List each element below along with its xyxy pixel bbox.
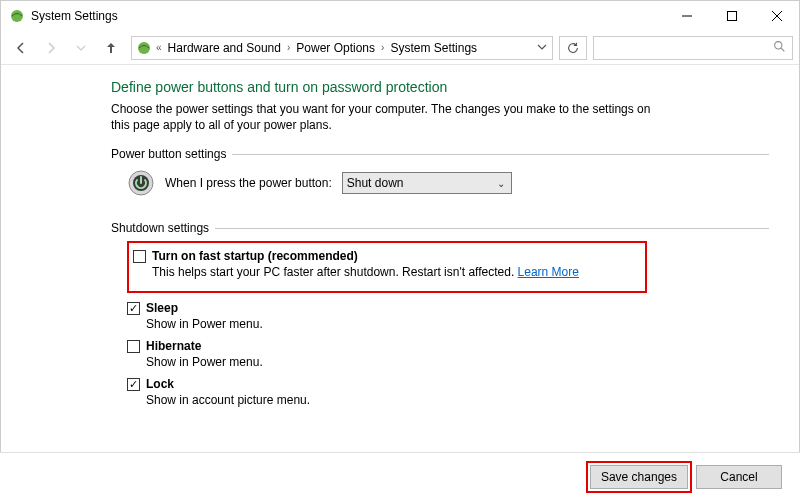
breadcrumb-bar[interactable]: « Hardware and Sound › Power Options › S…: [131, 36, 553, 60]
save-changes-button[interactable]: Save changes: [590, 465, 688, 489]
hibernate-checkbox[interactable]: [127, 340, 140, 353]
learn-more-link[interactable]: Learn More: [518, 265, 579, 279]
breadcrumb-item[interactable]: System Settings: [386, 37, 481, 59]
recent-dropdown[interactable]: [67, 34, 95, 62]
svg-rect-2: [727, 12, 736, 21]
back-button[interactable]: [7, 34, 35, 62]
power-button-select[interactable]: Shut down ⌄: [342, 172, 512, 194]
fast-startup-desc: This helps start your PC faster after sh…: [152, 265, 518, 279]
shutdown-settings-group: Shutdown settings Turn on fast startup (…: [111, 221, 769, 413]
fast-startup-highlight: Turn on fast startup (recommended) This …: [127, 241, 647, 293]
fast-startup-checkbox[interactable]: [133, 250, 146, 263]
sleep-checkbox[interactable]: [127, 302, 140, 315]
breadcrumb-icon: [136, 40, 152, 56]
breadcrumb-dropdown[interactable]: [534, 41, 550, 55]
search-input[interactable]: [593, 36, 793, 60]
navbar: « Hardware and Sound › Power Options › S…: [1, 31, 799, 65]
power-button-selected: Shut down: [347, 176, 404, 190]
group-legend: Power button settings: [111, 147, 232, 161]
refresh-button[interactable]: [559, 36, 587, 60]
lock-label: Lock: [146, 377, 174, 391]
search-icon: [773, 40, 786, 56]
footer: Save changes Cancel: [0, 452, 800, 500]
svg-point-6: [775, 41, 782, 48]
power-button-label: When I press the power button:: [165, 176, 332, 190]
hibernate-desc: Show in Power menu.: [127, 355, 769, 369]
breadcrumb-root-glyph[interactable]: «: [154, 42, 164, 53]
power-icon: [127, 169, 155, 197]
fast-startup-label: Turn on fast startup (recommended): [152, 249, 358, 263]
svg-point-0: [11, 10, 23, 22]
up-button[interactable]: [97, 34, 125, 62]
sleep-desc: Show in Power menu.: [127, 317, 769, 331]
page-title: Define power buttons and turn on passwor…: [111, 79, 769, 95]
chevron-right-icon: ›: [379, 42, 386, 53]
group-legend: Shutdown settings: [111, 221, 215, 235]
window-title: System Settings: [31, 9, 118, 23]
close-button[interactable]: [754, 1, 799, 31]
breadcrumb-item[interactable]: Hardware and Sound: [164, 37, 285, 59]
svg-point-5: [138, 42, 150, 54]
content-area: Define power buttons and turn on passwor…: [1, 65, 799, 413]
breadcrumb-item[interactable]: Power Options: [292, 37, 379, 59]
sleep-label: Sleep: [146, 301, 178, 315]
maximize-button[interactable]: [709, 1, 754, 31]
lock-desc: Show in account picture menu.: [127, 393, 769, 407]
app-icon: [9, 8, 25, 24]
power-button-settings-group: Power button settings When I press the p…: [111, 147, 769, 209]
chevron-right-icon: ›: [285, 42, 292, 53]
forward-button[interactable]: [37, 34, 65, 62]
chevron-down-icon: ⌄: [491, 178, 511, 189]
titlebar: System Settings: [1, 1, 799, 31]
cancel-button[interactable]: Cancel: [696, 465, 782, 489]
lock-checkbox[interactable]: [127, 378, 140, 391]
page-description: Choose the power settings that you want …: [111, 101, 671, 133]
window-controls: [664, 1, 799, 31]
svg-line-7: [781, 48, 784, 51]
hibernate-label: Hibernate: [146, 339, 201, 353]
minimize-button[interactable]: [664, 1, 709, 31]
